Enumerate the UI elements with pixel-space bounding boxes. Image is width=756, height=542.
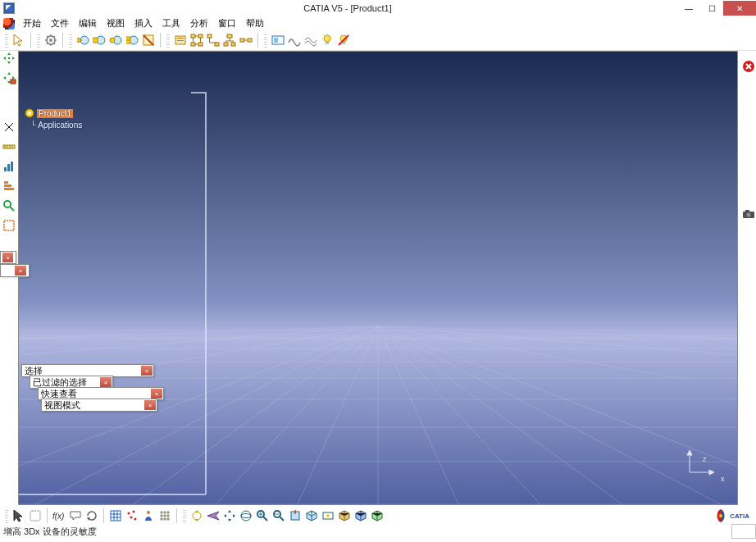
menu-insert[interactable]: 插入	[130, 16, 157, 30]
iso-view-icon[interactable]	[304, 508, 319, 523]
close-icon[interactable]: ×	[151, 389, 162, 399]
sketch-orange-icon[interactable]	[2, 218, 16, 233]
pan-rotate-icon[interactable]	[189, 508, 204, 523]
svg-rect-78	[745, 210, 749, 212]
fx-icon[interactable]: f(x)	[52, 508, 66, 523]
light-bulb-icon[interactable]	[320, 33, 335, 48]
svg-rect-26	[326, 42, 329, 44]
svg-rect-12	[191, 34, 195, 38]
grid-icon[interactable]	[108, 508, 123, 523]
svg-rect-11	[177, 40, 184, 41]
rotate-icon[interactable]	[84, 508, 99, 523]
svg-rect-82	[111, 511, 121, 521]
zoom-out-icon[interactable]	[271, 508, 286, 523]
tree-icon-1[interactable]	[189, 33, 204, 48]
close-icon[interactable]: ×	[141, 366, 153, 376]
svg-rect-37	[4, 184, 11, 187]
menu-start[interactable]: 开始	[18, 16, 46, 30]
search-green-icon[interactable]	[2, 198, 16, 213]
svg-point-25	[324, 35, 330, 42]
svg-rect-18	[227, 34, 232, 38]
svg-point-83	[128, 512, 130, 515]
wave2-icon[interactable]	[303, 33, 318, 48]
tree-applications[interactable]: └ Applications	[30, 121, 82, 130]
cube2-icon[interactable]	[353, 508, 368, 523]
move-4way-icon[interactable]	[2, 51, 16, 66]
svg-rect-10	[177, 38, 184, 39]
arrow2-icon[interactable]	[11, 508, 26, 523]
close-red-icon[interactable]	[741, 59, 756, 74]
bottom-toolbar: f(x) CATIA	[0, 507, 756, 525]
close-icon[interactable]: ×	[144, 400, 156, 410]
mesh-icon[interactable]	[157, 508, 172, 523]
fly-icon[interactable]	[206, 508, 221, 523]
axis-z-label: z	[703, 455, 707, 463]
svg-rect-16	[207, 34, 212, 38]
section-icon[interactable]	[141, 33, 156, 48]
menu-help[interactable]: 帮助	[241, 16, 269, 30]
tree-icon-4[interactable]	[239, 33, 253, 48]
close-icon[interactable]: ×	[15, 266, 26, 276]
tree-icon-3[interactable]	[222, 33, 237, 48]
panel-view-mode[interactable]: 视图模式 ×	[41, 399, 157, 412]
ds-catia-logo: CATIA	[713, 508, 753, 524]
menu-tools[interactable]: 工具	[157, 16, 185, 30]
arrow-cursor-icon[interactable]	[11, 33, 26, 48]
measure-icon[interactable]	[2, 139, 16, 154]
catia-menu-icon[interactable]	[3, 18, 15, 30]
capture-icon[interactable]	[271, 33, 285, 48]
close-button[interactable]: ✕	[723, 1, 756, 16]
normal-view-icon[interactable]	[288, 508, 303, 523]
hide-show-icon[interactable]	[173, 33, 188, 48]
clash-icon-2[interactable]	[92, 33, 107, 48]
graph-v-icon[interactable]	[2, 159, 16, 174]
menu-view[interactable]: 视图	[102, 16, 130, 30]
clash-analysis-icon[interactable]	[75, 33, 90, 48]
pan-icon[interactable]	[222, 508, 237, 523]
clash-icon-3[interactable]	[108, 33, 123, 48]
menu-analyze[interactable]: 分析	[185, 16, 213, 30]
svg-rect-79	[30, 511, 40, 521]
svg-point-98	[326, 514, 330, 517]
svg-line-94	[280, 517, 284, 521]
graph-h-icon[interactable]	[2, 179, 16, 194]
camera-icon[interactable]	[741, 207, 756, 221]
look-at-icon[interactable]	[321, 508, 335, 523]
menu-window[interactable]: 窗口	[213, 16, 241, 30]
x-icon[interactable]	[2, 120, 16, 134]
svg-point-6	[110, 38, 115, 43]
close-icon[interactable]: ×	[100, 377, 112, 387]
scatter-icon[interactable]	[125, 508, 139, 523]
speech-icon[interactable]	[68, 508, 83, 523]
tree-icon-2[interactable]	[206, 33, 221, 48]
drag-hand-icon[interactable]	[28, 508, 43, 523]
zoom-in-icon[interactable]	[255, 508, 270, 523]
svg-point-87	[147, 511, 150, 514]
docked-stub-1[interactable]: ×	[0, 251, 16, 264]
orbit-icon[interactable]	[239, 508, 253, 523]
gear-settings-icon[interactable]	[43, 33, 58, 48]
3d-viewport[interactable]: z x Product1 └ Applications	[18, 51, 738, 505]
clash-icon-4[interactable]	[125, 33, 139, 48]
no-light-icon[interactable]	[336, 33, 351, 48]
minimize-button[interactable]: —	[677, 1, 700, 16]
move-4way-lock-icon[interactable]	[2, 71, 16, 85]
menu-file[interactable]: 文件	[46, 16, 74, 30]
docked-stub-2[interactable]: ×	[0, 264, 30, 277]
maximize-button[interactable]: ☐	[700, 1, 723, 16]
svg-rect-33	[4, 167, 7, 171]
tree-root-product[interactable]: Product1	[24, 107, 73, 119]
svg-rect-21	[240, 39, 244, 42]
svg-point-39	[4, 201, 11, 207]
svg-rect-4	[93, 38, 98, 43]
person-icon[interactable]	[141, 508, 156, 523]
svg-rect-41	[4, 221, 14, 230]
svg-rect-34	[7, 164, 10, 171]
svg-rect-31	[11, 80, 16, 84]
menu-edit[interactable]: 编辑	[74, 16, 102, 30]
svg-rect-30	[8, 57, 10, 59]
close-icon[interactable]: ×	[2, 253, 13, 262]
cube1-icon[interactable]	[337, 508, 352, 523]
cube3-icon[interactable]	[370, 508, 385, 523]
wave-icon[interactable]	[287, 33, 302, 48]
